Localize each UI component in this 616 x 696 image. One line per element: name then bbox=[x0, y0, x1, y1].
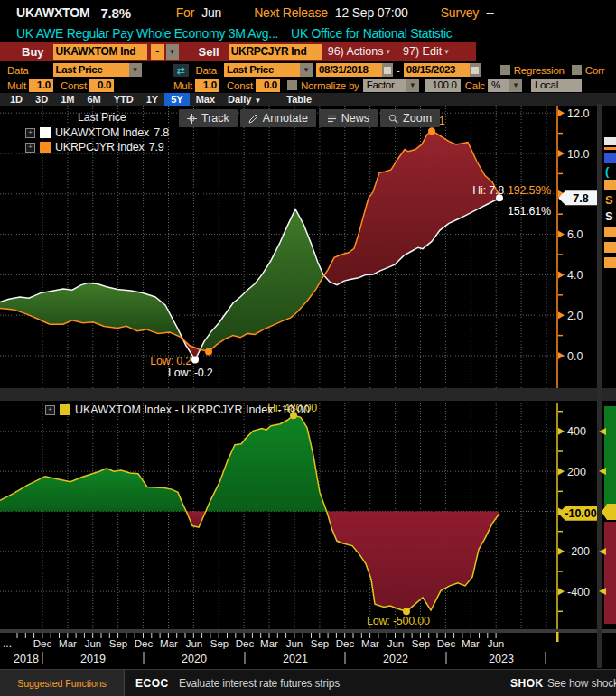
regression-label: Regression bbox=[514, 65, 565, 76]
spread-op-dropdown[interactable]: ▾ bbox=[166, 44, 179, 60]
last-price-tag-label: 7.8 bbox=[573, 192, 588, 205]
axis-tick-label: 10.0 bbox=[567, 148, 589, 161]
for-label: For bbox=[176, 5, 194, 20]
field2-dropdown[interactable]: Last Price bbox=[224, 63, 300, 77]
chart-annotation: 192.59% bbox=[508, 184, 551, 197]
axis-tick-label: -400 bbox=[567, 586, 590, 599]
factor-dropdown[interactable]: Factor bbox=[363, 79, 406, 92]
bottom-chart-legend: + UKAWXTOM Index - UKRPCJYR Index -10.00 bbox=[45, 403, 310, 417]
right-panel-fragment bbox=[604, 180, 616, 190]
sell-button[interactable]: Sell bbox=[199, 45, 219, 59]
suggested-functions-button[interactable]: Suggested Functions bbox=[0, 670, 125, 696]
caret-down-icon: ▾ bbox=[170, 47, 174, 56]
normalize-label: Normalize by bbox=[301, 80, 359, 91]
chart-annotation: Low: -500.00 bbox=[367, 615, 430, 627]
sell-security-input[interactable]: UKRPCJYR Ind bbox=[229, 44, 322, 60]
caret-down-icon[interactable]: ▾ bbox=[129, 63, 142, 77]
zoom-button[interactable]: Zoom bbox=[380, 109, 440, 127]
bloomberg-terminal-window: UKAWXTOM 7.8% For Jun Next Release 12 Se… bbox=[0, 0, 616, 696]
corr-checkbox[interactable] bbox=[572, 65, 582, 75]
caret-down-icon[interactable]: ▾ bbox=[406, 79, 419, 92]
top-chart-legend: Last Price + UKAWXTOM Index 7.8 + UKRPCJ… bbox=[25, 110, 169, 154]
expand-icon[interactable]: + bbox=[25, 143, 35, 153]
function-description: Evaluate interest rate futures strips bbox=[179, 677, 340, 690]
date-separator: - bbox=[397, 65, 400, 76]
right-panel-glyph: ( bbox=[605, 164, 610, 178]
x-year-label: 2023 bbox=[489, 653, 514, 665]
currency-dropdown[interactable]: Local bbox=[531, 79, 582, 92]
x-month-label: Jun bbox=[488, 638, 505, 649]
edit-menu[interactable]: 97) Edit bbox=[403, 45, 442, 58]
calendar-icon[interactable] bbox=[470, 63, 481, 77]
x-year-label: 2022 bbox=[383, 653, 408, 665]
caret-down-icon: ▾ bbox=[387, 47, 391, 56]
buy-security-input[interactable]: UKAWXTOM Ind bbox=[53, 44, 147, 60]
track-button[interactable]: Track bbox=[179, 109, 238, 127]
footer-bar: Suggested Functions ECOC Evaluate intere… bbox=[0, 669, 616, 696]
chart-canvas: 12.010.06.04.02.00.07.8400200-200-400-10… bbox=[0, 104, 616, 696]
news-button[interactable]: News bbox=[319, 109, 378, 127]
data-point-marker bbox=[191, 356, 199, 363]
function-code[interactable]: SHOK bbox=[510, 677, 544, 690]
mult2-input[interactable]: 1.0 bbox=[195, 79, 219, 92]
right-panel-fragment bbox=[604, 242, 616, 253]
swap-securities-button[interactable]: ⇄ bbox=[173, 64, 189, 77]
survey-value: -- bbox=[486, 5, 494, 20]
right-panel-glyph: S bbox=[605, 193, 613, 207]
for-value: Jun bbox=[201, 5, 221, 20]
calendar-icon[interactable] bbox=[382, 63, 393, 77]
date-to-input[interactable]: 08/15/2023 bbox=[404, 63, 470, 77]
axis-tick-label: -200 bbox=[567, 545, 590, 558]
spread-op-input[interactable]: - bbox=[151, 44, 164, 60]
expand-icon[interactable]: + bbox=[25, 128, 35, 138]
legend-row[interactable]: + UKAWXTOM Index - UKRPCJYR Index -10.00 bbox=[45, 403, 310, 417]
caret-down-icon[interactable]: ▾ bbox=[509, 79, 522, 92]
security-description-row: UK AWE Regular Pay Whole Economy 3M Avg.… bbox=[0, 24, 616, 42]
function-code[interactable]: ECOC bbox=[135, 677, 169, 690]
legend-row[interactable]: + UKRPCJYR Index 7.9 bbox=[25, 140, 169, 154]
calc-label: Calc bbox=[465, 80, 485, 91]
mult1-input[interactable]: 1.0 bbox=[29, 79, 53, 92]
chart-annotation: Low: -0.2 bbox=[168, 367, 213, 379]
axis-tick-label: 200 bbox=[567, 466, 586, 478]
security-header: UKAWXTOM 7.8% For Jun Next Release 12 Se… bbox=[0, 2, 616, 23]
series-label: UKAWXTOM Index bbox=[55, 126, 149, 139]
normalize-checkbox[interactable] bbox=[287, 80, 297, 90]
data1-label: Data bbox=[7, 65, 29, 76]
x-month-label: Dec bbox=[437, 638, 456, 649]
trade-bar: Buy UKAWXTOM Ind - ▾ Sell UKRPCJYR Ind 9… bbox=[0, 42, 476, 61]
chart-toolbar: Track Annotate News Zoom bbox=[179, 109, 440, 127]
x-month-label: Dec bbox=[336, 638, 355, 649]
function-description: See how shock bbox=[547, 677, 616, 690]
x-year-label: 2018 bbox=[14, 653, 39, 665]
data-point-marker bbox=[205, 348, 212, 356]
axis-tick-label: 2.0 bbox=[567, 310, 583, 322]
caret-down-icon[interactable]: ▾ bbox=[300, 63, 313, 77]
calc-unit-dropdown[interactable]: % bbox=[488, 79, 509, 92]
field1-dropdown[interactable]: Last Price bbox=[53, 63, 129, 77]
x-month-label: Sep bbox=[109, 638, 127, 649]
right-panel-fragment bbox=[604, 153, 616, 163]
actions-menu[interactable]: 96) Actions bbox=[328, 45, 384, 58]
const1-input[interactable]: 0.0 bbox=[89, 79, 114, 92]
x-month-label: Mar bbox=[59, 638, 77, 649]
factor-value-input[interactable]: 100.0 bbox=[425, 79, 461, 92]
legend-title: Last Price bbox=[25, 110, 169, 125]
axis-tick-label: 6.0 bbox=[567, 228, 583, 241]
expand-icon[interactable]: + bbox=[45, 405, 55, 415]
last-price-tag-label: -10.00 bbox=[565, 507, 596, 520]
regression-checkbox[interactable] bbox=[500, 65, 510, 75]
buy-button[interactable]: Buy bbox=[22, 45, 44, 59]
news-icon bbox=[327, 114, 337, 124]
const2-input[interactable]: 0.0 bbox=[256, 79, 280, 92]
date-from-input[interactable]: 08/31/2018 bbox=[316, 63, 382, 77]
right-panel-fragment bbox=[604, 406, 616, 506]
corr-label: Corr bbox=[585, 65, 605, 76]
x-axis: ...DecMarJunSepDecMarJunSepDecMarJunSepD… bbox=[3, 632, 559, 665]
annotate-button[interactable]: Annotate bbox=[240, 109, 316, 127]
data-selector-row: Data Last Price ▾ ⇄ Data Last Price ▾ 08… bbox=[0, 62, 616, 78]
legend-row[interactable]: + UKAWXTOM Index 7.8 bbox=[25, 125, 169, 140]
const1-label: Const bbox=[61, 80, 87, 91]
x-month-label: Sep bbox=[210, 638, 229, 649]
caret-down-icon: ▾ bbox=[444, 47, 449, 56]
